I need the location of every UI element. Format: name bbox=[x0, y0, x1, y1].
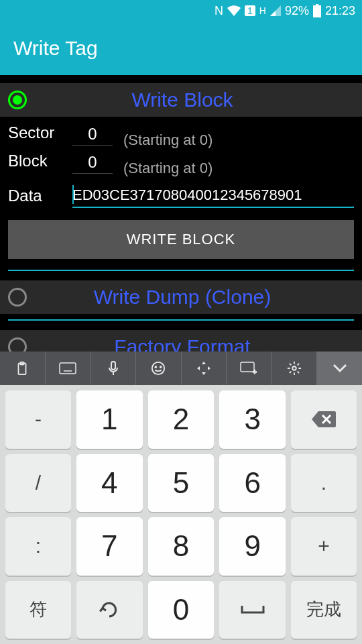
divider bbox=[8, 270, 354, 271]
hint-sector: (Starting at 0) bbox=[123, 123, 213, 149]
svg-point-13 bbox=[156, 366, 157, 368]
key-5[interactable]: 5 bbox=[148, 454, 215, 513]
svg-rect-1 bbox=[316, 4, 318, 5]
key-undo[interactable] bbox=[76, 581, 143, 639]
emoji-icon[interactable] bbox=[136, 352, 182, 385]
battery-percent: 92% bbox=[285, 4, 309, 18]
keyboard-icon[interactable] bbox=[46, 352, 91, 385]
nfc-icon: N bbox=[215, 4, 223, 18]
svg-rect-15 bbox=[241, 362, 254, 372]
row-block: Block (Starting at 0) bbox=[0, 150, 362, 178]
row-data: Data ED03CE371708040012345678901 bbox=[0, 182, 362, 209]
input-sector[interactable] bbox=[72, 123, 113, 146]
key-plus-side[interactable]: + bbox=[291, 517, 357, 576]
clock: 21:23 bbox=[325, 4, 355, 18]
sim-icon: 1 bbox=[245, 5, 255, 16]
content-area: Write Block Sector (Starting at 0) Block… bbox=[0, 75, 362, 364]
key-done[interactable]: 完成 bbox=[291, 581, 357, 639]
key-backspace[interactable] bbox=[291, 390, 357, 449]
key-2[interactable]: 2 bbox=[148, 390, 215, 449]
wifi-icon bbox=[227, 5, 241, 16]
svg-text:+: + bbox=[253, 368, 257, 375]
svg-point-12 bbox=[152, 362, 164, 374]
signal-icon bbox=[270, 5, 281, 16]
svg-rect-0 bbox=[313, 5, 321, 17]
svg-point-17 bbox=[292, 366, 296, 370]
section-write-dump[interactable]: Write Dump (Clone) bbox=[0, 280, 362, 314]
key-0[interactable]: 0 bbox=[148, 581, 215, 639]
keyboard-settings-icon[interactable]: + bbox=[227, 352, 272, 385]
battery-icon bbox=[313, 4, 321, 17]
section-title-write-block: Write Block bbox=[11, 89, 354, 111]
key-4[interactable]: 4 bbox=[76, 454, 143, 513]
key-symbols[interactable]: 符 bbox=[5, 581, 71, 639]
label-data: Data bbox=[8, 186, 62, 205]
row-sector: Sector (Starting at 0) bbox=[0, 122, 362, 150]
section-title-write-dump: Write Dump (Clone) bbox=[11, 286, 354, 309]
write-block-button[interactable]: WRITE BLOCK bbox=[8, 220, 354, 259]
label-sector: Sector bbox=[8, 123, 62, 142]
network-type-icon: H bbox=[259, 5, 266, 16]
input-block[interactable] bbox=[72, 152, 113, 174]
key-colon[interactable]: : bbox=[5, 517, 71, 576]
clipboard-icon[interactable] bbox=[0, 352, 46, 385]
svg-point-14 bbox=[160, 366, 162, 368]
section-write-block[interactable]: Write Block bbox=[0, 83, 362, 117]
key-space[interactable] bbox=[219, 581, 286, 639]
numeric-keyboard: - 1 2 3 / 4 5 6 . : 7 8 9 + 符 0 完成 bbox=[0, 385, 362, 644]
key-7[interactable]: 7 bbox=[76, 517, 143, 576]
mic-icon[interactable] bbox=[90, 352, 136, 385]
key-3[interactable]: 3 bbox=[219, 390, 286, 449]
divider bbox=[8, 319, 354, 321]
input-data[interactable]: ED03CE371708040012345678901 bbox=[72, 184, 354, 208]
cursor-move-icon[interactable] bbox=[182, 352, 227, 385]
key-1[interactable]: 1 bbox=[76, 390, 143, 449]
key-8[interactable]: 8 bbox=[148, 517, 215, 576]
svg-rect-4 bbox=[60, 363, 76, 374]
label-block: Block bbox=[8, 152, 62, 170]
svg-rect-11 bbox=[111, 362, 115, 370]
key-period-side[interactable]: . bbox=[291, 454, 357, 513]
app-title-bar: Write Tag bbox=[0, 21, 362, 75]
keyboard-toolbar: + bbox=[0, 352, 362, 385]
status-bar: N 1 H 92% 21:23 bbox=[0, 0, 362, 21]
hint-block: (Starting at 0) bbox=[123, 152, 213, 177]
key-minus[interactable]: - bbox=[5, 390, 71, 449]
key-9[interactable]: 9 bbox=[219, 517, 286, 576]
page-title: Write Tag bbox=[13, 37, 98, 60]
gear-icon[interactable] bbox=[272, 352, 318, 385]
collapse-keyboard-icon[interactable] bbox=[317, 352, 362, 385]
key-6[interactable]: 6 bbox=[219, 454, 286, 513]
key-slash[interactable]: / bbox=[5, 454, 71, 513]
